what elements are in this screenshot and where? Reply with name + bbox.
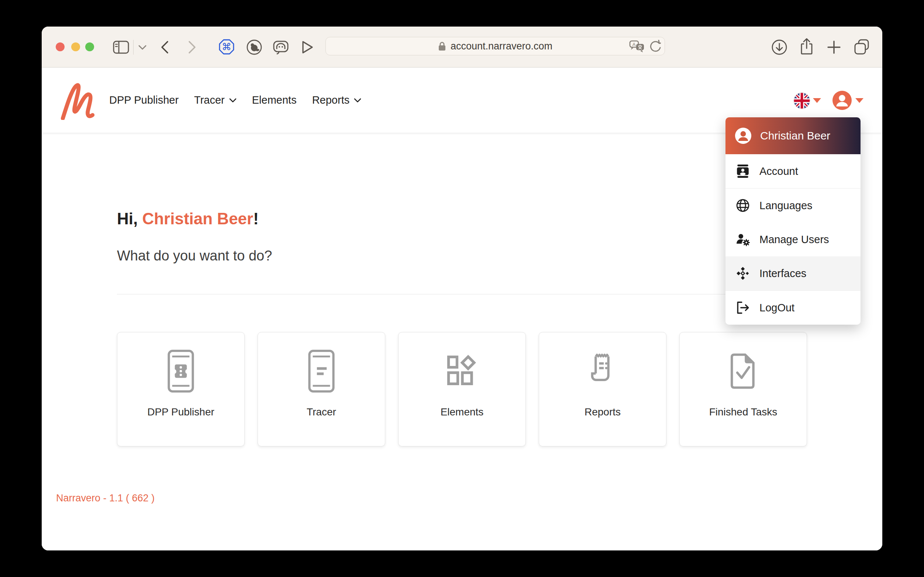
shapes-icon [443,347,481,395]
document-check-icon [724,347,762,395]
tab-overview-icon[interactable] [853,39,871,55]
greeting-prefix: Hi, [117,210,142,227]
card-label: Elements [440,406,484,418]
action-cards: DPP Publisher Tracer Elements Reports [117,332,807,446]
greeting-suffix: ! [253,210,259,227]
menu-item-interfaces[interactable]: Interfaces [726,256,861,290]
user-gear-icon [736,232,750,247]
lock-icon [438,41,446,51]
browser-toolbar: ⌘ account.narravero.com A [42,27,882,68]
svg-text:A: A [632,42,636,47]
card-label: Reports [584,406,621,418]
hub-diamonds-icon [736,266,750,280]
nav-label: Reports [312,94,350,106]
svg-text:⌘: ⌘ [222,41,231,52]
user-name: Christian Beer [760,129,830,142]
menu-item-label: Languages [760,200,813,212]
zoom-window-button[interactable] [85,42,94,51]
url-text: account.narravero.com [451,40,552,52]
card-tracer[interactable]: Tracer [258,332,385,446]
receipt-icon [584,347,621,395]
nav-item-elements[interactable]: Elements [252,94,297,106]
chevron-down-icon[interactable] [139,45,147,50]
greeting-heading: Hi, Christian Beer! [117,210,259,228]
card-finished-tasks[interactable]: Finished Tasks [679,332,807,446]
forward-icon[interactable] [188,40,196,54]
globe-icon [736,198,750,213]
minimize-window-button[interactable] [71,42,80,51]
elephant-extension-icon[interactable] [273,40,289,55]
web-page: DPP Publisher Tracer Elements Reports Hi… [42,68,882,550]
bear-extension-icon[interactable] [246,39,262,55]
menu-item-label: LogOut [760,302,795,314]
user-avatar-icon [735,127,751,144]
back-icon[interactable] [161,40,169,54]
nav-label: DPP Publisher [109,94,179,106]
nav-item-tracer[interactable]: Tracer [194,94,237,106]
greeting-name: Christian Beer [142,210,253,227]
card-dpp-publisher[interactable]: DPP Publisher [117,332,245,446]
chevron-down-icon [229,98,237,103]
menu-item-label: Account [760,165,798,177]
language-caret-icon[interactable] [813,98,821,103]
user-dropdown-menu: Christian Beer Account Languages Mana [726,117,861,325]
card-label: Tracer [306,406,336,418]
command-extension-icon[interactable]: ⌘ [219,39,234,55]
user-menu-header: Christian Beer [726,117,861,154]
main-nav: DPP Publisher Tracer Elements Reports [109,68,361,133]
new-tab-icon[interactable] [827,40,840,54]
play-extension-icon[interactable] [301,40,314,55]
question-text: What do you want to do? [117,248,272,264]
menu-item-label: Manage Users [760,234,829,246]
sidebar-toggle-icon[interactable] [113,40,129,54]
phone-lines-icon [307,347,336,395]
nav-item-reports[interactable]: Reports [312,94,362,106]
toolbar-divider [133,40,134,55]
card-label: DPP Publisher [147,406,214,418]
logout-icon [736,301,750,315]
menu-item-languages[interactable]: Languages [726,189,861,222]
menu-item-account[interactable]: Account [726,154,861,188]
card-label: Finished Tasks [709,406,777,418]
share-icon[interactable] [799,38,814,55]
card-elements[interactable]: Elements [398,332,526,446]
contact-card-icon [736,164,750,178]
user-avatar-icon[interactable] [832,91,851,111]
nav-item-dpp-publisher[interactable]: DPP Publisher [109,94,179,106]
close-window-button[interactable] [56,42,65,51]
chevron-down-icon [354,98,361,103]
phone-label-icon [166,347,195,395]
nav-label: Tracer [194,94,225,106]
download-icon[interactable] [771,39,787,55]
nav-label: Elements [252,94,297,106]
version-text: Narravero - 1.1 ( 662 ) [56,493,155,504]
menu-item-manage-users[interactable]: Manage Users [726,222,861,256]
menu-item-logout[interactable]: LogOut [726,291,861,325]
address-bar[interactable]: account.narravero.com A [326,37,665,55]
reload-icon[interactable] [648,40,661,53]
narravero-logo[interactable] [61,82,95,121]
translate-icon[interactable]: A [629,40,645,53]
menu-item-label: Interfaces [760,268,806,280]
card-reports[interactable]: Reports [539,332,666,446]
user-caret-icon[interactable] [855,98,863,103]
uk-flag-icon[interactable] [793,92,810,111]
browser-window: ⌘ account.narravero.com A [42,27,882,550]
